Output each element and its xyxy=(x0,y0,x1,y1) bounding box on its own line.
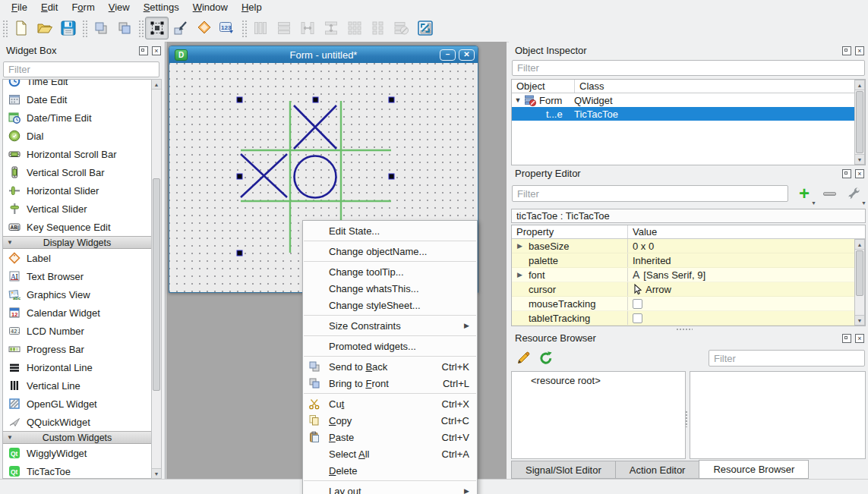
form-titlebar[interactable]: Form - untitled* D – ✕ xyxy=(169,46,478,63)
menu-item-change-tooltip[interactable]: Change toolTip... xyxy=(303,263,477,280)
tab-action-editor[interactable]: Action Editor xyxy=(615,461,699,479)
widget-item-date-edit[interactable]: Date Edit xyxy=(3,90,151,109)
menu-item-lay-out[interactable]: Lay out▶ xyxy=(303,483,477,494)
column-header-value[interactable]: Value xyxy=(627,225,865,238)
scrollbar-thumb[interactable] xyxy=(856,250,863,296)
column-header-property[interactable]: Property xyxy=(512,225,627,238)
widget-item-label[interactable]: Label xyxy=(3,249,151,267)
property-editor-scrollbar[interactable]: ▲ ▼ xyxy=(854,239,865,326)
scrollbar-thumb[interactable] xyxy=(153,178,160,391)
edit-resources-button[interactable] xyxy=(513,348,533,368)
widget-item-vertical-line[interactable]: Vertical Line xyxy=(3,376,151,395)
widget-item-qquickwidget[interactable]: QQuickWidget xyxy=(3,413,151,431)
float-panel-icon[interactable] xyxy=(139,46,148,55)
property-row-basesize[interactable]: ▶baseSize 0 x 0 xyxy=(512,239,865,253)
bring-to-front-button[interactable] xyxy=(112,17,136,39)
widget-item-horizontal-scroll-bar[interactable]: Horizontal Scroll Bar xyxy=(3,145,151,163)
widget-item-key-sequence-edit[interactable]: AB| Key Sequence Edit xyxy=(3,218,151,236)
property-row-palette[interactable]: palette Inherited xyxy=(512,253,865,268)
widget-item-wigglywidget[interactable]: Qt WigglyWidget xyxy=(3,444,151,462)
close-panel-icon[interactable]: × xyxy=(855,334,864,343)
edit-tab-order-button[interactable]: 123 xyxy=(216,17,239,39)
layout-grid-button[interactable] xyxy=(342,17,366,39)
float-panel-icon[interactable] xyxy=(842,334,851,343)
widget-box-scrollbar[interactable]: ▲ ▼ xyxy=(151,79,162,479)
widget-item-graphics-view[interactable]: abc Graphics View xyxy=(3,285,151,304)
property-editor-options-button[interactable]: ▼ xyxy=(841,183,866,204)
widget-item-opengl-widget[interactable]: OpenGL Widget xyxy=(3,395,151,413)
break-layout-button[interactable] xyxy=(390,17,413,39)
splitter-handle[interactable] xyxy=(676,328,693,332)
widget-item-time-edit[interactable]: Time Edit xyxy=(3,79,151,90)
scroll-up-icon[interactable]: ▲ xyxy=(855,240,864,250)
open-file-button[interactable] xyxy=(33,17,56,39)
tab-signal-slot-editor[interactable]: Signal/Slot Editor xyxy=(511,461,615,479)
property-row-mousetracking[interactable]: mouseTracking xyxy=(512,297,865,311)
save-file-button[interactable] xyxy=(56,17,80,39)
property-editor-filter-input[interactable] xyxy=(512,185,788,202)
menu-item-change-whatsthis[interactable]: Change whatsThis... xyxy=(303,280,477,297)
column-header-class[interactable]: Class xyxy=(574,80,865,93)
scroll-up-icon[interactable]: ▲ xyxy=(152,80,161,90)
new-file-button[interactable] xyxy=(9,17,33,39)
scroll-up-icon[interactable]: ▲ xyxy=(855,80,864,90)
minimize-window-icon[interactable]: – xyxy=(440,49,456,61)
remove-dynamic-property-button[interactable] xyxy=(819,183,840,204)
inspector-row-tictactoe[interactable]: t...e TicTacToe xyxy=(512,107,865,121)
tablettracking-checkbox[interactable] xyxy=(633,313,642,323)
menu-item-delete[interactable]: Delete xyxy=(303,462,477,479)
reload-resources-button[interactable] xyxy=(536,348,556,368)
menu-item-bring-to-front[interactable]: Bring to Front Ctrl+L xyxy=(303,375,477,392)
layout-vertical-button[interactable] xyxy=(272,17,295,39)
toolbar-handle[interactable] xyxy=(137,19,144,37)
section-display-widgets[interactable]: ▼ Display Widgets xyxy=(3,236,151,249)
tab-resource-browser[interactable]: Resource Browser xyxy=(699,460,809,479)
menu-help[interactable]: Help xyxy=(235,1,269,14)
widget-item-vertical-scroll-bar[interactable]: Vertical Scroll Bar xyxy=(3,163,151,181)
menu-item-size-constraints[interactable]: Size Constraints▶ xyxy=(303,317,477,334)
expand-arrow-icon[interactable]: ▶ xyxy=(517,271,522,278)
float-panel-icon[interactable] xyxy=(842,169,851,178)
inspector-row-form[interactable]: ▼ Form QWidget xyxy=(512,93,865,107)
menu-view[interactable]: View xyxy=(102,1,137,14)
expand-arrow-icon[interactable]: ▼ xyxy=(512,96,524,104)
widget-item-calendar-widget[interactable]: 12 Calendar Widget xyxy=(3,304,151,322)
layout-horizontal-button[interactable] xyxy=(248,17,272,39)
widget-item-dial[interactable]: Dial xyxy=(3,127,151,145)
resource-root-item[interactable]: <resource root> xyxy=(512,372,685,386)
menu-window[interactable]: Window xyxy=(186,1,235,14)
menu-file[interactable]: File xyxy=(5,1,34,14)
scroll-down-icon[interactable]: ▼ xyxy=(152,468,161,478)
property-row-cursor[interactable]: cursor Arrow xyxy=(512,282,865,297)
toolbar-handle[interactable] xyxy=(241,19,247,37)
menu-item-change-objectname[interactable]: Change objectName... xyxy=(303,243,477,260)
widget-item-horizontal-slider[interactable]: Horizontal Slider xyxy=(3,181,151,200)
object-inspector-scrollbar[interactable]: ▲ ▼ xyxy=(854,80,865,165)
widget-item-progress-bar[interactable]: Progress Bar xyxy=(3,340,151,358)
widget-box-filter-input[interactable] xyxy=(3,61,159,77)
widget-item-horizontal-line[interactable]: Horizontal Line xyxy=(3,358,151,376)
expand-arrow-icon[interactable]: ▶ xyxy=(517,242,522,250)
layout-form-button[interactable] xyxy=(366,17,390,39)
mousetracking-checkbox[interactable] xyxy=(633,299,642,309)
menu-edit[interactable]: Edit xyxy=(34,1,65,14)
float-panel-icon[interactable] xyxy=(842,46,851,55)
menu-item-select-all[interactable]: Select All Ctrl+A xyxy=(303,445,477,462)
edit-widgets-button[interactable] xyxy=(145,17,169,39)
add-dynamic-property-button[interactable]: + ▼ xyxy=(793,183,816,204)
menu-item-cut[interactable]: Cut Ctrl+X xyxy=(303,395,477,412)
toolbar-handle[interactable] xyxy=(2,19,8,37)
scroll-down-icon[interactable]: ▼ xyxy=(855,315,864,325)
column-header-object[interactable]: Object xyxy=(512,80,574,93)
edit-buddies-button[interactable] xyxy=(192,17,216,39)
widget-item-lcd-number[interactable]: 42. LCD Number xyxy=(3,322,151,340)
widget-item-vertical-slider[interactable]: Vertical Slider xyxy=(3,200,151,218)
layout-horizontal-splitter-button[interactable] xyxy=(295,17,319,39)
send-to-back-button[interactable] xyxy=(89,17,112,39)
close-panel-icon[interactable]: × xyxy=(152,46,161,55)
close-window-icon[interactable]: ✕ xyxy=(459,49,475,61)
property-row-font[interactable]: ▶font A[Sans Serif, 9] xyxy=(512,268,865,282)
widget-item-text-browser[interactable]: AI Text Browser xyxy=(3,267,151,285)
resource-files-pane[interactable] xyxy=(690,371,866,459)
menu-item-change-stylesheet[interactable]: Change styleSheet... xyxy=(303,297,477,313)
